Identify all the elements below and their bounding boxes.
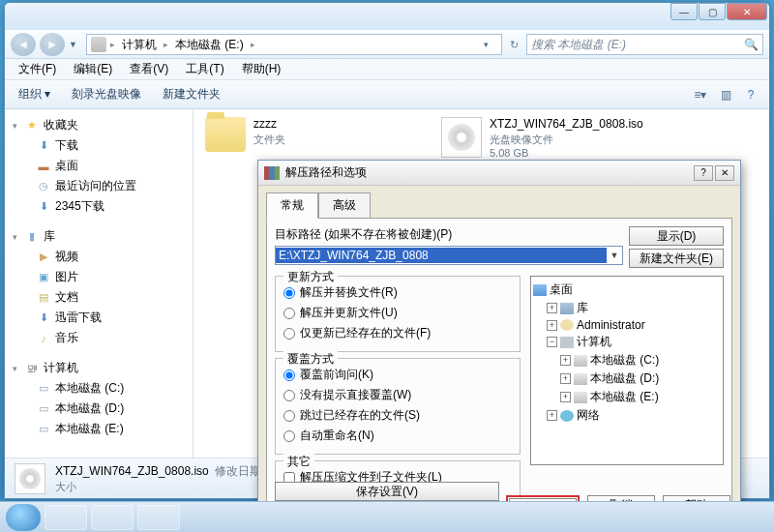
expand-icon[interactable]: + [560, 355, 571, 366]
radio-ask-overwrite[interactable]: 覆盖前询问(K) [283, 365, 512, 385]
tree-node-drive-c[interactable]: +本地磁盘 (C:) [533, 351, 721, 369]
sidebar-favorites[interactable]: ▾★收藏夹 [9, 115, 189, 135]
sidebar-libraries[interactable]: ▾▮库 [9, 226, 189, 247]
expand-icon[interactable]: + [547, 410, 557, 421]
download-icon: ⬇ [36, 139, 51, 153]
sidebar-item-video[interactable]: ▶视频 [9, 247, 189, 267]
network-icon [560, 410, 574, 422]
breadcrumb[interactable]: ▸ 计算机 ▸ 本地磁盘 (E:) ▸ ▾ [86, 34, 502, 55]
save-settings-button[interactable]: 保存设置(V) [275, 482, 499, 501]
taskbar-item[interactable] [137, 505, 180, 530]
sidebar-item-drive-c[interactable]: ▭本地磁盘 (C:) [9, 378, 189, 399]
download-icon: ⬇ [36, 200, 51, 214]
start-button[interactable] [6, 504, 41, 531]
help-icon[interactable]: ? [740, 85, 761, 104]
search-input[interactable]: 搜索 本地磁盘 (E:) 🔍 [526, 34, 763, 55]
menu-help[interactable]: 帮助(H) [234, 59, 289, 79]
drive-icon [574, 373, 587, 385]
chevron-down-icon: ▾ [9, 364, 20, 373]
expand-icon[interactable]: + [547, 303, 557, 313]
expand-icon[interactable]: + [547, 320, 557, 331]
sidebar-item-drive-e[interactable]: ▭本地磁盘 (E:) [9, 419, 189, 439]
tab-advanced[interactable]: 高级 [318, 192, 371, 219]
close-button[interactable]: ✕ [727, 3, 767, 20]
tree-node-drive-e[interactable]: +本地磁盘 (E:) [533, 388, 721, 406]
folder-tree[interactable]: 桌面 +库 +Administrator −计算机 +本地磁盘 (C:) +本地… [530, 276, 724, 465]
search-placeholder: 搜索 本地磁盘 (E:) [531, 37, 626, 53]
dialog-close-button[interactable]: ✕ [715, 165, 734, 181]
overwrite-mode-group: 覆盖方式 覆盖前询问(K) 没有提示直接覆盖(W) 跳过已经存在的文件(S) 自… [275, 358, 521, 455]
sidebar-item-drive-d[interactable]: ▭本地磁盘 (D:) [9, 399, 189, 419]
file-type: 光盘映像文件 [490, 133, 643, 147]
taskbar[interactable] [0, 501, 774, 532]
tree-node-admin[interactable]: +Administrator [533, 317, 721, 333]
breadcrumb-drive[interactable]: 本地磁盘 (E:) [172, 37, 247, 53]
sidebar-item-xunlei[interactable]: ⬇迅雷下载 [9, 308, 189, 328]
minimize-button[interactable]: — [670, 3, 698, 20]
radio-extract-replace[interactable]: 解压并替换文件(R) [283, 282, 512, 303]
tree-node-libraries[interactable]: +库 [533, 299, 721, 317]
sidebar-item-downloads[interactable]: ⬇下载 [9, 135, 189, 156]
taskbar-item[interactable] [91, 505, 134, 530]
preview-pane-icon[interactable]: ▥ [715, 85, 736, 104]
file-item-iso[interactable]: XTZJ_WIN764_ZJB_0808.iso 光盘映像文件 5.08 GB [441, 117, 654, 159]
drive-icon: ▭ [36, 382, 51, 396]
sidebar-item-music[interactable]: ♪音乐 [9, 328, 189, 348]
file-name: zzzz [253, 117, 285, 131]
menu-view[interactable]: 查看(V) [122, 59, 176, 79]
breadcrumb-computer[interactable]: 计算机 [119, 37, 160, 53]
desktop-icon [533, 284, 547, 296]
tab-general[interactable]: 常规 [266, 192, 318, 219]
search-icon: 🔍 [744, 38, 759, 51]
refresh-icon[interactable]: ↻ [506, 39, 522, 51]
forward-button[interactable]: ► [40, 33, 65, 56]
sidebar-item-pictures[interactable]: ▣图片 [9, 267, 189, 287]
tree-node-computer[interactable]: −计算机 [533, 333, 721, 351]
menu-edit[interactable]: 编辑(E) [66, 59, 120, 79]
collapse-icon[interactable]: − [547, 337, 557, 347]
winrar-icon [264, 166, 280, 180]
picture-icon: ▣ [36, 271, 51, 284]
tree-node-drive-d[interactable]: +本地磁盘 (D:) [533, 369, 721, 388]
update-mode-group: 更新方式 解压并替换文件(R) 解压并更新文件(U) 仅更新已经存在的文件(F) [275, 276, 521, 352]
sidebar-item-2345[interactable]: ⬇2345下载 [9, 196, 189, 217]
maximize-button[interactable]: ▢ [699, 3, 726, 20]
burn-button[interactable]: 刻录光盘映像 [66, 83, 147, 105]
expand-icon[interactable]: + [560, 392, 571, 402]
sidebar-item-documents[interactable]: ▤文档 [9, 287, 189, 308]
sidebar-computer[interactable]: ▾🖳计算机 [9, 358, 189, 378]
sidebar-item-desktop[interactable]: ▬桌面 [9, 156, 189, 176]
back-button[interactable]: ◄ [11, 33, 36, 56]
tree-node-desktop[interactable]: 桌面 [533, 281, 721, 299]
organize-button[interactable]: 组织 ▾ [13, 83, 56, 105]
radio-update-existing[interactable]: 仅更新已经存在的文件(F) [283, 323, 512, 343]
dest-path-input[interactable]: E:\XTZJ_WIN764_ZJB_0808 ▼ [275, 246, 623, 265]
history-dropdown-icon[interactable]: ▼ [69, 40, 82, 49]
new-folder-button[interactable]: 新建文件夹 [157, 83, 226, 105]
toolbar: 组织 ▾ 刻录光盘映像 新建文件夹 ≡▾ ▥ ? [5, 80, 769, 109]
taskbar-item[interactable] [45, 505, 87, 530]
tree-node-network[interactable]: +网络 [533, 406, 721, 425]
drive-icon: ▭ [36, 402, 51, 416]
dialog-titlebar[interactable]: 解压路径和选项 ? ✕ [258, 161, 740, 186]
dialog-help-button[interactable]: ? [694, 165, 713, 181]
dropdown-icon[interactable]: ▼ [607, 251, 622, 260]
breadcrumb-dropdown-icon[interactable]: ▾ [484, 40, 497, 49]
sidebar-item-recent[interactable]: ◷最近访问的位置 [9, 176, 189, 196]
file-item-folder[interactable]: zzzz 文件夹 [205, 117, 418, 152]
computer-icon [560, 337, 574, 348]
new-folder-button[interactable]: 新建文件夹(E) [629, 249, 724, 268]
menu-tools[interactable]: 工具(T) [178, 59, 231, 79]
menu-file[interactable]: 文件(F) [11, 59, 64, 79]
radio-auto-rename[interactable]: 自动重命名(N) [283, 426, 512, 446]
titlebar[interactable]: — ▢ ✕ [5, 3, 769, 30]
view-options-icon[interactable]: ≡▾ [690, 85, 711, 104]
radio-overwrite-noask[interactable]: 没有提示直接覆盖(W) [283, 385, 512, 405]
radio-skip-existing[interactable]: 跳过已经存在的文件(S) [283, 405, 512, 426]
display-button[interactable]: 显示(D) [629, 226, 724, 246]
dialog-title: 解压路径和选项 [285, 164, 367, 181]
computer-icon: 🖳 [24, 362, 40, 375]
radio-extract-update[interactable]: 解压并更新文件(U) [283, 303, 512, 323]
drive-icon [574, 392, 587, 403]
expand-icon[interactable]: + [560, 373, 571, 384]
